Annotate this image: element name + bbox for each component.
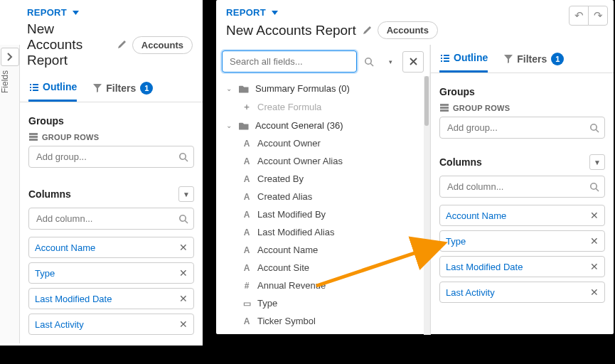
add-column-input[interactable]: [439, 176, 605, 198]
field-row[interactable]: AAccount Name: [220, 241, 425, 259]
field-row[interactable]: ACreated Alias: [220, 188, 425, 205]
report-label[interactable]: REPORT: [27, 7, 67, 18]
list-icon: [439, 53, 449, 63]
report-label[interactable]: REPORT: [226, 7, 266, 18]
columns-menu-button[interactable]: ▼: [178, 186, 194, 202]
caret-down-icon[interactable]: [73, 11, 79, 15]
field-row[interactable]: ALast Modified Alias: [220, 223, 425, 241]
column-pill[interactable]: Account Name✕: [28, 237, 194, 258]
column-pill-label: Last Activity: [35, 319, 84, 330]
column-pill[interactable]: Type✕: [439, 230, 605, 252]
add-group-input[interactable]: [28, 146, 194, 168]
field-row[interactable]: AAccount Owner Alias: [220, 152, 425, 170]
column-pill[interactable]: Last Activity✕: [28, 314, 194, 335]
twisty-icon: ⌄: [226, 85, 233, 92]
field-type-icon: A: [242, 228, 252, 237]
field-label: Account Site: [257, 262, 309, 273]
create-formula-row[interactable]: ＋ Create Formula: [220, 97, 425, 117]
field-row[interactable]: ▭Type: [220, 294, 425, 312]
field-row[interactable]: AAccount Owner: [220, 134, 425, 152]
remove-column-button[interactable]: ✕: [179, 293, 188, 304]
field-label: Annual Revenue: [257, 280, 326, 291]
filter-icon: [92, 83, 102, 92]
tab-filters[interactable]: Filters 1: [92, 74, 153, 102]
list-icon: [28, 82, 38, 92]
field-type-icon: A: [242, 192, 252, 202]
redo-button[interactable]: ↷: [588, 6, 608, 26]
column-pill-label: Account Name: [446, 210, 506, 221]
undo-button[interactable]: ↶: [569, 6, 589, 26]
tab-filters[interactable]: Filters 1: [503, 45, 564, 73]
caret-down-icon[interactable]: [272, 11, 278, 15]
columns-menu-button[interactable]: ▼: [589, 154, 605, 170]
pencil-icon[interactable]: [117, 40, 127, 50]
field-row[interactable]: ATicker Symbol: [220, 312, 425, 330]
rows-icon: [439, 103, 449, 112]
fields-tab-label[interactable]: Fields: [0, 70, 19, 93]
object-badge[interactable]: Accounts: [132, 36, 193, 54]
add-group-input[interactable]: [439, 117, 605, 139]
scrollbar[interactable]: [424, 76, 429, 335]
field-label: Created By: [257, 173, 304, 184]
close-fields-button[interactable]: [402, 51, 424, 73]
column-pill[interactable]: Type✕: [28, 262, 194, 284]
tree-group-account-general[interactable]: ⌄ Account General (36): [220, 117, 425, 134]
twisty-icon: ⌄: [226, 122, 233, 129]
header: REPORT New Accounts Report Accounts ↶ ↷: [216, 0, 614, 45]
panel-expanded: REPORT New Accounts Report Accounts ↶ ↷ …: [216, 0, 614, 334]
search-icon: [178, 152, 188, 162]
field-label: Created Alias: [257, 191, 312, 202]
column-pill[interactable]: Last Modified Date✕: [439, 256, 605, 277]
chevron-right-icon: [7, 53, 13, 61]
field-row[interactable]: ACreated By: [220, 170, 425, 188]
fields-panel: ▾ ⌄ Summary Formulas (0) ＋ Create Formul…: [216, 45, 430, 335]
page-title: New Accounts Report: [27, 21, 111, 68]
filter-count-badge: 1: [140, 82, 153, 95]
close-icon: [410, 58, 417, 65]
expand-fields-button[interactable]: [1, 48, 19, 66]
add-column-input[interactable]: [28, 208, 194, 230]
column-pill-label: Last Modified Date: [446, 262, 523, 272]
remove-column-button[interactable]: ✕: [179, 242, 188, 253]
field-label: Account Owner Alias: [257, 156, 343, 166]
column-pill[interactable]: Last Activity✕: [439, 282, 605, 303]
field-row[interactable]: #Annual Revenue: [220, 277, 425, 294]
remove-column-button[interactable]: ✕: [590, 287, 599, 298]
tree-group-summary[interactable]: ⌄ Summary Formulas (0): [220, 80, 425, 97]
remove-column-button[interactable]: ✕: [179, 318, 188, 330]
column-pill-label: Type: [446, 236, 466, 247]
object-badge[interactable]: Accounts: [378, 21, 438, 39]
field-label: Type: [257, 298, 277, 309]
search-button[interactable]: [360, 52, 378, 72]
remove-column-button[interactable]: ✕: [590, 210, 599, 221]
column-pill[interactable]: Last Modified Date✕: [28, 288, 194, 309]
search-options-button[interactable]: ▾: [381, 52, 400, 72]
group-rows-subheading: GROUP ROWS: [28, 132, 194, 141]
tab-outline-label: Outline: [43, 81, 77, 92]
tabbar: Outline Filters 1: [20, 74, 203, 102]
column-pill-label: Last Modified Date: [35, 294, 112, 304]
field-type-icon: A: [242, 156, 252, 166]
fields-vertical-tab: Fields: [0, 45, 20, 343]
remove-column-button[interactable]: ✕: [590, 261, 599, 272]
field-row[interactable]: ALast Modified By: [220, 205, 425, 223]
field-type-icon: A: [242, 245, 252, 255]
column-pill-label: Type: [35, 268, 55, 279]
groups-heading: Groups: [28, 115, 64, 127]
search-fields-input[interactable]: [222, 50, 357, 73]
pencil-icon[interactable]: [362, 26, 372, 36]
field-type-icon: A: [242, 316, 252, 326]
column-pill[interactable]: Account Name✕: [439, 205, 605, 226]
fields-tree: ⌄ Summary Formulas (0) ＋ Create Formula …: [216, 78, 429, 335]
search-icon: [589, 182, 599, 192]
remove-column-button[interactable]: ✕: [590, 235, 599, 247]
field-type-icon: #: [242, 281, 252, 291]
field-label: Account Owner: [257, 138, 321, 149]
tab-outline[interactable]: Outline: [439, 45, 488, 73]
remove-column-button[interactable]: ✕: [179, 267, 188, 279]
tab-outline[interactable]: Outline: [28, 74, 77, 102]
page-title: New Accounts Report: [226, 23, 356, 38]
field-row[interactable]: AAccount Site: [220, 259, 425, 277]
columns-heading: Columns: [439, 156, 482, 168]
tab-filters-label: Filters: [517, 53, 547, 65]
